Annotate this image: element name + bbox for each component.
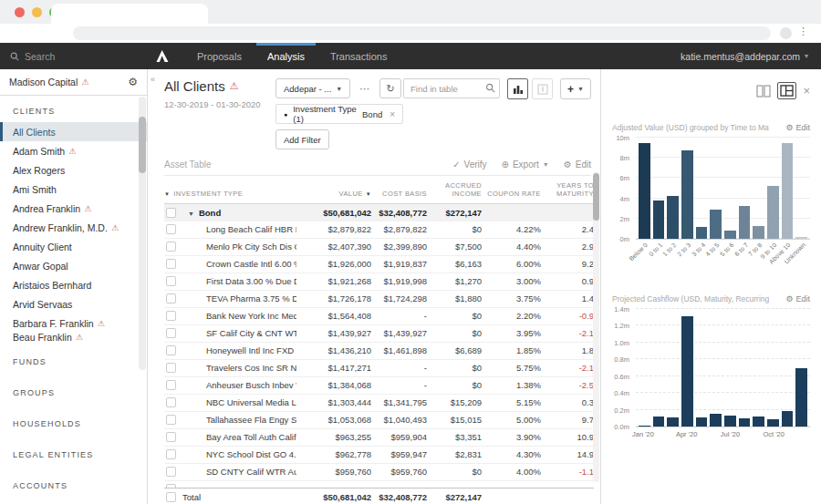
verify-button[interactable]: ✓Verify <box>452 159 486 170</box>
row-checkbox[interactable] <box>166 311 176 321</box>
chart-bar[interactable] <box>681 316 693 427</box>
table-row[interactable]: First Data 3.00 % Due Dec 31...$1,921,26… <box>164 273 594 291</box>
sidebar-item-client[interactable]: Arvid Servaas <box>0 294 147 314</box>
sidebar-item-client[interactable]: All Clients <box>0 122 147 141</box>
sidebar-item-client[interactable]: Aristaios Bernhard <box>0 275 147 294</box>
row-checkbox[interactable] <box>166 415 176 425</box>
sidebar-section-legal-entities[interactable]: LEGAL ENTITIES <box>0 450 147 466</box>
sidebar-section-groups[interactable]: GROUPS <box>0 388 147 404</box>
chart-view-toggle[interactable] <box>507 78 528 99</box>
window-minimize-button[interactable] <box>32 7 42 17</box>
row-checkbox[interactable] <box>166 259 176 269</box>
nav-tab-analysis[interactable]: Analysis <box>255 43 317 69</box>
close-panel-icon[interactable]: × <box>803 84 810 98</box>
table-row[interactable]: Travelers Cos Inc SR NT B/E ...$1,417,27… <box>164 360 594 377</box>
global-search[interactable]: Search <box>0 51 148 62</box>
row-checkbox[interactable] <box>166 467 176 477</box>
nav-tab-transactions[interactable]: Transactions <box>317 43 400 69</box>
sidebar-item-client[interactable]: Ami Smith <box>0 180 147 199</box>
row-checkbox[interactable] <box>166 276 176 286</box>
row-checkbox[interactable] <box>166 380 176 390</box>
sidebar-section-accounts[interactable]: ACCOUNTS <box>0 481 147 497</box>
sidebar-item-client[interactable]: Adam Smith⚠ <box>0 141 147 160</box>
details-panel-toggle[interactable] <box>532 78 553 99</box>
view-dropdown[interactable]: Addepar - ... ▼ <box>275 78 350 98</box>
total-row[interactable]: Total$50,681,042$32,408,772$272,147 <box>164 488 594 504</box>
export-button[interactable]: ⊕Export▼ <box>502 159 549 170</box>
sidebar-item-client[interactable]: Beau Franklin⚠ <box>0 333 147 342</box>
row-checkbox[interactable] <box>166 242 176 252</box>
date-range[interactable]: 12-30-2019 - 01-30-2020 <box>164 99 270 109</box>
group-row[interactable]: ▼Bond$50,681,042$32,408,772$272,147 <box>164 204 594 221</box>
more-options-button[interactable]: ⋯ <box>356 78 374 98</box>
chart-bar[interactable] <box>795 368 807 427</box>
chart-bar[interactable] <box>739 206 751 239</box>
layout-columns-icon[interactable] <box>756 85 771 98</box>
chart-bar[interactable] <box>753 417 764 427</box>
edit-chart-button[interactable]: ⚙Edit <box>785 123 810 132</box>
sidebar-item-client[interactable]: Alex Rogers <box>0 160 147 180</box>
table-row[interactable]: SD CNTY Calif WTR Auth Wa...$959,760$959… <box>164 464 594 481</box>
browser-tab[interactable] <box>51 4 208 24</box>
browser-menu-icon[interactable]: ⋮ <box>798 26 808 37</box>
table-row[interactable]: Bank New York Inc Medium ...$1,564,408-$… <box>164 308 594 325</box>
layout-split-toggle[interactable] <box>777 82 796 99</box>
sidebar-item-client[interactable]: Andrew Franklin, M.D.⚠ <box>0 218 147 237</box>
gear-icon[interactable]: ⚙ <box>128 76 138 88</box>
chart-bar[interactable] <box>653 417 665 427</box>
row-checkbox[interactable] <box>166 432 176 442</box>
addepar-logo[interactable] <box>155 49 170 63</box>
chart-bar[interactable] <box>696 417 708 427</box>
table-row[interactable]: Anheuser Busch Inbev World...$1,384,068-… <box>164 377 594 395</box>
sidebar-item-client[interactable]: Annuity Client <box>0 237 147 256</box>
sidebar-item-client[interactable]: Barbara F. Franklin⚠ <box>0 314 147 333</box>
sidebar-section-funds[interactable]: FUNDS <box>0 357 147 373</box>
table-row[interactable]: TEVA Pharma 3.75 % Due Ju...$1,726,178$1… <box>164 291 594 308</box>
chart-bar[interactable] <box>710 414 722 427</box>
row-checkbox[interactable] <box>166 224 176 234</box>
table-vertical-scrollbar[interactable] <box>593 171 599 482</box>
col-accrued-income[interactable]: ACCRUED INCOME <box>427 181 482 199</box>
table-row[interactable]: Honeywell Intl Inc FXD RT SR...$1,436,21… <box>164 343 594 360</box>
row-checkbox[interactable] <box>166 208 176 218</box>
edit-chart-button[interactable]: ⚙Edit <box>785 294 810 303</box>
row-checkbox[interactable] <box>166 345 176 355</box>
table-row[interactable]: Long Beach Calif HBR Rev 4...$2,879,822$… <box>164 221 594 239</box>
add-filter-button[interactable]: Add Filter <box>275 129 329 149</box>
table-row[interactable]: Tallahassee Fla Engy SYS Re...$1,053,068… <box>164 412 594 429</box>
table-row[interactable]: Bay Area Toll Auth Calif Toll B...$963,2… <box>164 429 594 447</box>
url-bar[interactable] <box>73 26 771 40</box>
row-checkbox[interactable] <box>166 328 176 338</box>
row-checkbox[interactable] <box>166 397 176 407</box>
table-row[interactable]: NBC Universal Media LLC SR...$1,303,444$… <box>164 395 594 412</box>
row-checkbox[interactable] <box>166 363 176 373</box>
sidebar-item-client[interactable]: Andrea Franklin⚠ <box>0 199 147 218</box>
chart-bar[interactable] <box>767 186 779 239</box>
refresh-button[interactable]: ↻ <box>379 78 401 98</box>
collapse-sidebar-icon[interactable]: « <box>151 75 155 84</box>
window-close-button[interactable] <box>15 7 25 17</box>
chart-bar[interactable] <box>710 210 722 239</box>
filter-chip[interactable]: ● Investment Type (1) Bond × <box>275 104 403 124</box>
chart-bar[interactable] <box>696 227 708 239</box>
chart-bar[interactable] <box>739 418 751 427</box>
chart-bar[interactable] <box>653 201 665 239</box>
browser-profile-avatar[interactable] <box>780 27 792 39</box>
row-checkbox[interactable] <box>166 492 176 502</box>
col-investment-type[interactable]: INVESTMENT TYPE <box>173 190 296 198</box>
row-checkbox[interactable] <box>166 449 176 459</box>
table-row[interactable]: Menlo Pk City Sch Dis GO 4...$2,407,390$… <box>164 239 594 256</box>
user-menu[interactable]: katie.mentus@addepar.com ▾ <box>681 51 821 62</box>
asset-table-header[interactable]: ▼ INVESTMENT TYPE VALUE▼ COST BASIS ACCR… <box>164 176 594 204</box>
chart-bar[interactable] <box>681 150 693 239</box>
remove-filter-icon[interactable]: × <box>390 109 395 119</box>
col-years-to-maturity[interactable]: YEARS TO MATURITY <box>541 181 594 199</box>
chart-bar[interactable] <box>724 231 736 239</box>
nav-tab-proposals[interactable]: Proposals <box>184 43 255 69</box>
chart-bar[interactable] <box>639 143 650 239</box>
collapse-group-icon[interactable]: ▼ <box>188 211 194 217</box>
expand-all-icon[interactable]: ▼ <box>164 191 170 199</box>
chart-bar[interactable] <box>753 226 764 239</box>
sidebar-scrollbar[interactable] <box>139 97 146 370</box>
col-cost-basis[interactable]: COST BASIS <box>371 190 427 198</box>
